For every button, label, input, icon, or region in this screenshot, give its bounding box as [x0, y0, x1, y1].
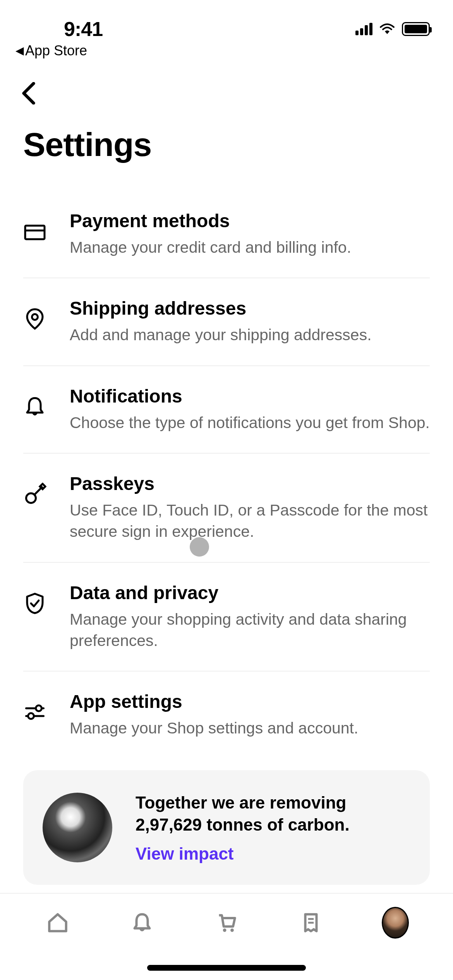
status-indicators	[355, 22, 430, 36]
carbon-impact-card: Together we are removing 2,97,629 tonnes…	[23, 770, 430, 885]
row-subtitle: Manage your Shop settings and account.	[70, 718, 430, 739]
settings-row-app-settings[interactable]: App settings Manage your Shop settings a…	[23, 672, 430, 758]
settings-row-payment-methods[interactable]: Payment methods Manage your credit card …	[23, 191, 430, 278]
status-time: 9:41	[23, 17, 103, 41]
row-subtitle: Add and manage your shipping addresses.	[70, 324, 430, 346]
svg-point-2	[32, 314, 38, 320]
settings-row-data-privacy[interactable]: Data and privacy Manage your shopping ac…	[23, 563, 430, 672]
settings-row-passkeys[interactable]: Passkeys Use Face ID, Touch ID, or a Pas…	[23, 454, 430, 563]
chevron-left-icon	[21, 82, 36, 105]
row-title: Notifications	[70, 385, 430, 407]
tab-orders[interactable]	[297, 909, 324, 936]
sliders-icon	[23, 701, 46, 724]
row-title: App settings	[70, 691, 430, 712]
svg-point-10	[223, 929, 226, 932]
key-icon	[23, 483, 46, 506]
settings-row-notifications[interactable]: Notifications Choose the type of notific…	[23, 366, 430, 454]
back-to-app-store[interactable]: ◀ App Store	[0, 43, 453, 59]
cart-icon	[215, 911, 238, 934]
row-title: Passkeys	[70, 473, 430, 494]
cellular-icon	[355, 23, 372, 35]
wifi-icon	[379, 23, 395, 35]
tab-home[interactable]	[44, 909, 71, 936]
avatar	[382, 907, 409, 939]
svg-point-7	[36, 706, 42, 711]
battery-icon	[402, 22, 430, 36]
receipt-icon	[300, 911, 322, 934]
bell-icon	[131, 911, 153, 934]
back-app-label: App Store	[25, 43, 87, 59]
credit-card-icon	[23, 220, 46, 243]
row-title: Shipping addresses	[70, 298, 430, 319]
page-title: Settings	[0, 118, 453, 191]
map-pin-icon	[23, 307, 46, 331]
tab-profile[interactable]	[382, 909, 409, 936]
row-title: Payment methods	[70, 210, 430, 231]
row-title: Data and privacy	[70, 582, 430, 603]
earth-icon	[43, 793, 112, 862]
svg-point-11	[230, 929, 234, 932]
impact-text: Together we are removing 2,97,629 tonnes…	[136, 792, 410, 836]
shield-check-icon	[23, 592, 46, 615]
row-subtitle: Manage your shopping activity and data s…	[70, 609, 430, 652]
svg-point-9	[28, 713, 34, 719]
home-indicator[interactable]	[147, 965, 306, 971]
back-triangle-icon: ◀	[15, 44, 24, 57]
view-impact-link[interactable]: View impact	[136, 844, 234, 863]
row-subtitle: Manage your credit card and billing info…	[70, 237, 430, 258]
bell-icon	[23, 395, 46, 418]
tab-cart[interactable]	[213, 909, 240, 936]
row-subtitle: Use Face ID, Touch ID, or a Passcode for…	[70, 500, 430, 543]
tab-notifications[interactable]	[129, 909, 156, 936]
status-bar: 9:41	[0, 0, 453, 43]
row-subtitle: Choose the type of notifications you get…	[70, 412, 430, 433]
settings-row-shipping-addresses[interactable]: Shipping addresses Add and manage your s…	[23, 278, 430, 366]
back-button[interactable]	[0, 59, 453, 118]
svg-rect-0	[25, 226, 45, 239]
settings-list: Payment methods Manage your credit card …	[0, 191, 453, 759]
home-icon	[46, 911, 69, 934]
